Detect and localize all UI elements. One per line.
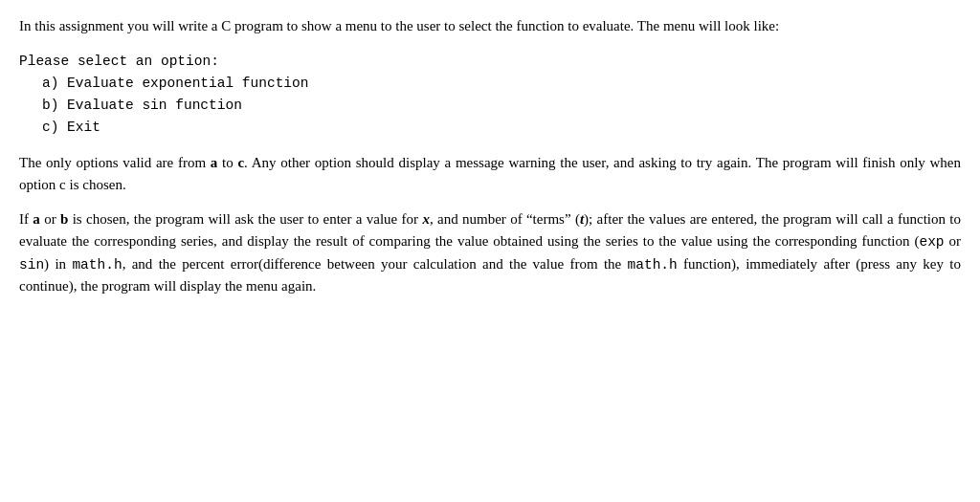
- options-middle: to: [217, 155, 237, 170]
- condition-a: a: [33, 211, 40, 227]
- menu-item-b: b) Evaluate sin function: [42, 95, 961, 117]
- condition-prefix: If: [19, 211, 33, 227]
- menu-item-c: c) Exit: [42, 117, 961, 139]
- condition-x: x: [422, 211, 430, 227]
- condition-or: or: [40, 211, 60, 227]
- condition-or2: or: [945, 233, 961, 249]
- condition-paragraph: If a or b is chosen, the program will as…: [19, 208, 961, 297]
- condition-math-h2: math.h: [628, 257, 678, 273]
- condition-exp: exp: [919, 234, 944, 250]
- condition-math-h1: math.h: [72, 257, 122, 273]
- intro-paragraph: In this assignment you will write a C pr…: [19, 15, 961, 37]
- options-paragraph: The only options valid are from a to c. …: [19, 152, 961, 195]
- menu-block: Please select an option: a) Evaluate exp…: [19, 51, 961, 140]
- condition-sin: sin: [19, 257, 44, 273]
- condition-middle4: ) in: [44, 256, 72, 272]
- options-prefix: The only options valid are from: [19, 155, 211, 170]
- intro-text: In this assignment you will write a C pr…: [19, 18, 779, 33]
- menu-header: Please select an option:: [19, 51, 961, 73]
- content-area: In this assignment you will write a C pr…: [19, 15, 961, 297]
- condition-middle2: , and number of “terms” (: [430, 211, 580, 227]
- condition-middle5: , and the percent error(difference betwe…: [122, 256, 628, 272]
- menu-item-a: a) Evaluate exponential function: [42, 73, 961, 95]
- condition-middle1: is chosen, the program will ask the user…: [68, 211, 422, 227]
